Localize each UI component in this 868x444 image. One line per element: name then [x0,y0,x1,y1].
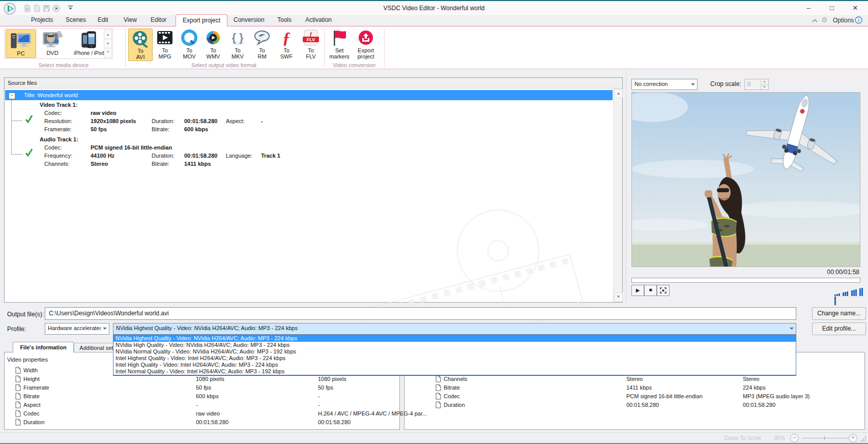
property-page-icon [15,393,21,400]
info-icon[interactable]: i [855,16,862,24]
menu-export-project-active-tab[interactable]: Export project [176,14,227,26]
device-iphone-button[interactable]: iPhone / iPod [70,29,108,57]
prop-source-value: 1411 kbps [626,384,652,391]
prop-row-audio-bitrate: Bitrate 1411 kbps 224 kbps [436,384,863,392]
correction-value: No correction [634,81,689,87]
label: Duration: [152,153,175,159]
edit-profile-button[interactable]: Edit profile... [812,322,866,335]
fullscreen-button[interactable] [657,285,670,296]
menu-edit[interactable]: Edit [98,16,108,23]
rm-realmedia-icon [250,29,274,47]
profile-option[interactable]: Intel High Quality - Video: Intel H264/A… [113,362,796,368]
group-separator [324,28,325,67]
collapse-ribbon-icon[interactable] [812,18,818,23]
prop-row-audio-duration: Duration 00:01:58.280 00:01:58.280 [436,401,863,409]
scroll-up-icon[interactable]: ▲ [614,89,623,98]
format-group-label: Select output video format [173,62,275,68]
prop-name: Height [23,376,40,382]
menu-view[interactable]: View [124,16,137,23]
audio-track-check-icon[interactable] [25,148,33,157]
profile-option[interactable]: NVidia Normal Quality - Video: NVidia H2… [113,348,796,355]
spin-down-icon[interactable]: ▼ [761,84,768,90]
set-markers-button[interactable]: Set markers [328,28,351,60]
fmt-label: MPG [158,53,171,60]
stop-button[interactable]: ■ [644,285,657,296]
to-flv-button[interactable]: ƒ FLV To FLV [299,28,323,60]
property-page-icon [15,367,21,374]
change-name-button[interactable]: Change name... [812,307,866,320]
zoom-in-button[interactable]: + [849,434,857,442]
prop-source-value: - [196,402,198,408]
gear-icon[interactable]: ⚙ [821,16,828,24]
tab-files-information[interactable]: File's information [13,342,74,352]
minimize-button[interactable]: – [803,4,814,13]
menu-tools[interactable]: Tools [277,16,292,23]
to-avi-button[interactable]: To AVI [128,28,153,61]
device-scroll-up-button[interactable]: ▲ [104,29,112,40]
menu-editor[interactable]: Editor [151,16,166,23]
source-scrollbar[interactable]: ▲ ▼ [613,88,622,302]
output-path-field[interactable]: C:\Users\Design\Videos\Wonderful world.a… [45,307,796,320]
volume-meter[interactable] [834,287,864,296]
to-wmv-button[interactable]: To WMV [201,28,225,60]
prop-name: Codec [444,393,460,399]
prop-output-value: H.264 / AVC / MPEG-4 AVC / MPEG-4 par... [318,410,427,417]
video-track-check-icon[interactable] [25,114,33,124]
zoom-slider[interactable] [802,438,849,438]
seek-bar[interactable] [631,278,860,283]
export-project-button[interactable]: Export project [353,28,379,60]
menu-projects[interactable]: Projects [31,16,53,23]
to-mkv-button[interactable]: { } To MKV [226,28,249,60]
profile-option[interactable]: Intel Normal Quality - Video: Intel H264… [113,368,796,375]
window-title: VSDC Video Editor - Wonderful world [0,5,868,12]
source-title-row[interactable]: Title: Wonderful world [5,90,613,100]
fmt-label: To [259,47,265,53]
profile-option[interactable]: NVidia High Quality - Video: NVidia H264… [113,342,796,348]
hardware-acceleration-dropdown[interactable]: Hardware accelerated [45,323,109,335]
scroll-down-icon[interactable]: ▼ [614,292,623,302]
menu-bar: Projects Scenes Edit View Editor Export … [0,14,868,26]
menu-scenes[interactable]: Scenes [66,16,86,23]
maximize-button[interactable]: □ [826,4,837,13]
profile-dropdown[interactable]: NVidia Highest Quality - Video: NVidia H… [113,323,796,335]
device-label: DVD [36,50,69,56]
crop-scale-spinner[interactable]: 0 ▲ ▼ [744,79,769,90]
zoom-out-button[interactable]: − [790,434,799,442]
device-scroll-down-button[interactable]: ▼ [104,39,112,49]
value: 00:01:58.280 [184,153,217,159]
menu-activation[interactable]: Activation [305,16,332,23]
ribbon: PC DVD [0,26,868,69]
fmt-label: FLV [306,53,315,60]
profile-option-selected[interactable]: NVidia Highest Quality - Video: NVidia H… [113,335,796,342]
zoom-slider-thumb[interactable] [824,436,825,440]
prop-output-value: MP3 (MPEG audio layer 3) [743,393,809,399]
dvd-icon [42,31,63,49]
prop-row-aspect: Aspect - - [15,401,394,409]
prop-output-value: - [318,393,320,399]
menu-conversion[interactable]: Conversion [234,16,265,23]
profile-option[interactable]: Intel Highest Quality - Video: Intel H26… [113,355,796,362]
label: Language: [226,153,252,159]
value: Stereo [91,161,108,167]
group-separator [384,28,385,67]
play-button[interactable]: ▶ [631,285,644,296]
options-label[interactable]: Options [833,17,854,24]
fmt-label: To [210,47,216,53]
to-mov-button[interactable]: To MOV [178,28,201,60]
spin-up-icon[interactable]: ▲ [761,79,768,84]
device-pc-button[interactable]: PC [6,29,36,58]
to-rm-button[interactable]: To RM [250,28,274,60]
device-dvd-button[interactable]: DVD [36,29,69,57]
fmt-label: SWF [280,53,293,60]
value: 50 fps [91,126,107,132]
close-button[interactable]: ✕ [850,4,861,13]
prop-source-value: PCM signed 16-bit little-endian [626,393,703,399]
tree-collapse-toggle[interactable]: − [9,93,15,99]
to-swf-button[interactable]: ƒ To SWF [275,28,298,60]
resize-grip[interactable] [860,436,866,442]
device-more-button[interactable]: ▾ [104,48,112,58]
correction-dropdown[interactable]: No correction [631,79,698,90]
swf-flash-icon: ƒ [275,29,298,47]
to-mpg-button[interactable]: To MPG [153,28,177,60]
fmt-label: To [162,47,168,53]
